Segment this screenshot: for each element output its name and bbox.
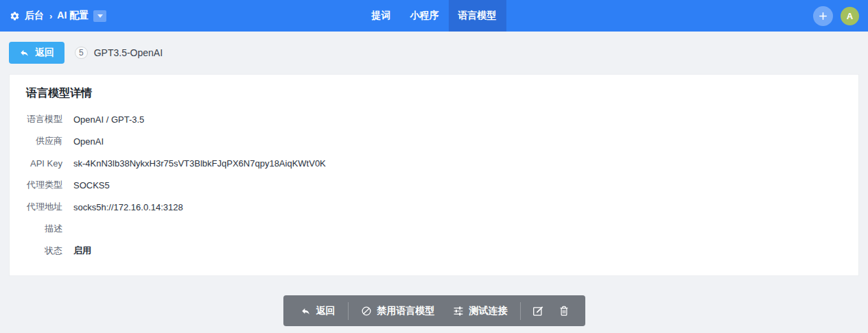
disable-model-label: 禁用语言模型	[377, 305, 435, 317]
page-title: 语言模型详情	[26, 86, 842, 100]
breadcrumb: 后台 › AI 配置	[0, 10, 106, 22]
add-button[interactable]	[813, 6, 833, 26]
field-value: OpenAI / GPT-3.5	[73, 114, 144, 125]
field-value: sk-4KnN3lb38NykxH3r75sVT3BlbkFJqPX6N7qpy…	[73, 158, 326, 169]
breadcrumb-home[interactable]: 后台	[25, 10, 44, 22]
field-list: 语言模型 OpenAI / GPT-3.5 供应商 OpenAI API Key…	[26, 108, 842, 262]
detail-card: 语言模型详情 语言模型 OpenAI / GPT-3.5 供应商 OpenAI …	[9, 74, 859, 276]
breadcrumb-current[interactable]: AI 配置	[57, 10, 89, 22]
back-button-label: 返回	[35, 47, 54, 59]
field-value: SOCKS5	[73, 180, 110, 190]
back-button[interactable]: 返回	[9, 42, 64, 64]
field-label: API Key	[26, 158, 62, 169]
field-row-model: 语言模型 OpenAI / GPT-3.5	[26, 108, 842, 130]
toolbar-divider	[348, 302, 349, 320]
record-title: GPT3.5-OpenAI	[94, 47, 163, 58]
field-label: 状态	[26, 245, 62, 257]
tab-language-models[interactable]: 语言模型	[449, 0, 506, 32]
sliders-icon	[453, 306, 464, 317]
edit-icon	[532, 305, 543, 317]
field-row-api-key: API Key sk-4KnN3lb38NykxH3r75sVT3BlbkFJq…	[26, 152, 842, 174]
delete-button[interactable]	[551, 295, 577, 326]
back-arrow-icon	[19, 48, 30, 58]
field-label: 描述	[26, 223, 62, 235]
toolbar-divider	[520, 302, 521, 320]
record-bar: 返回 5 GPT3.5-OpenAI	[0, 32, 868, 74]
trash-icon	[559, 305, 570, 317]
field-row-status: 状态 启用	[26, 240, 842, 262]
edit-button[interactable]	[524, 295, 551, 326]
footer-back-button[interactable]: 返回	[292, 295, 344, 326]
field-label: 供应商	[26, 135, 62, 147]
field-row-proxy-type: 代理类型 SOCKS5	[26, 174, 842, 196]
top-header: 后台 › AI 配置 提词 小程序 语言模型 A	[0, 0, 868, 32]
gear-icon[interactable]	[10, 11, 20, 21]
main-nav: 提词 小程序 语言模型	[362, 0, 506, 32]
record-id-badge: 5	[75, 47, 88, 59]
breadcrumb-separator: ›	[49, 11, 52, 21]
breadcrumb-dropdown-button[interactable]	[93, 10, 106, 22]
tab-miniprogram[interactable]: 小程序	[401, 0, 449, 32]
field-row-description: 描述	[26, 218, 842, 240]
avatar[interactable]: A	[841, 7, 859, 25]
field-label: 语言模型	[26, 113, 62, 125]
field-label: 代理类型	[26, 179, 62, 191]
test-connection-label: 测试连接	[469, 305, 508, 317]
action-toolbar: 返回 禁用语言模型 测试连接	[283, 295, 585, 326]
header-actions: A	[813, 0, 859, 32]
field-value: OpenAI	[73, 136, 104, 147]
chevron-down-icon	[97, 14, 103, 18]
field-row-proxy-address: 代理地址 socks5h://172.16.0.14:3128	[26, 196, 842, 218]
back-arrow-icon	[301, 306, 311, 316]
field-value: socks5h://172.16.0.14:3128	[73, 202, 183, 212]
ban-icon	[361, 306, 372, 317]
footer-back-label: 返回	[316, 305, 336, 317]
field-label: 代理地址	[26, 201, 62, 213]
disable-model-button[interactable]: 禁用语言模型	[352, 295, 444, 326]
tab-prompts[interactable]: 提词	[362, 0, 401, 32]
status-value: 启用	[73, 245, 91, 257]
field-row-provider: 供应商 OpenAI	[26, 130, 842, 152]
test-connection-button[interactable]: 测试连接	[444, 295, 517, 326]
plus-icon	[818, 11, 828, 21]
